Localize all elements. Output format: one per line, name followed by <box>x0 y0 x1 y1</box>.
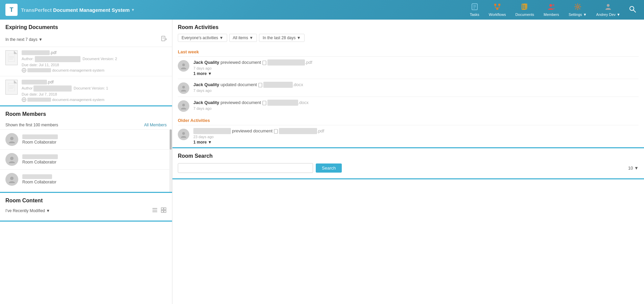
export-icon[interactable] <box>161 36 167 43</box>
room-content-title: Room Content <box>0 193 172 206</box>
room-activities-title: Room Activities <box>172 20 644 34</box>
time-group-older: Older Activities <box>178 115 639 125</box>
svg-point-17 <box>607 4 610 7</box>
member-name: ██████ ██████ <box>22 134 58 139</box>
left-panel: Expiring Documents In the next 7 days ▼ <box>0 20 172 304</box>
app-title: TransPerfect Document Management System … <box>21 7 135 13</box>
search-button[interactable]: Search <box>316 163 342 173</box>
all-members-link[interactable]: All Members <box>144 123 167 127</box>
app-logo[interactable]: T <box>5 4 18 16</box>
activity-text: Jack Quality previewed document ████████… <box>193 59 639 66</box>
svg-point-51 <box>182 104 185 106</box>
activity-item: Jack Quality previewed document ████████… <box>178 56 639 79</box>
tasks-label: Tasks <box>470 12 479 17</box>
activity-item: Jack Quality previewed document ████ ███… <box>178 97 639 115</box>
activity-more[interactable]: 1 more ▼ <box>193 140 639 145</box>
expiring-docs-filter[interactable]: In the next 7 days ▼ <box>5 37 43 42</box>
activity-avatar <box>178 100 189 112</box>
room-activities-section: Room Activities Everyone's activities ▼ … <box>172 20 644 148</box>
svg-point-49 <box>182 86 185 88</box>
list-view-icon[interactable] <box>152 207 158 214</box>
svg-line-19 <box>634 10 636 12</box>
activities-filters: Everyone's activities ▼ All items ▼ In t… <box>172 34 644 46</box>
search-count[interactable]: 10 ▼ <box>628 166 639 171</box>
members-list-wrap: ██████ ██████ Room Collaborator ████████… <box>0 129 172 192</box>
content-view-icons <box>152 207 167 214</box>
room-search-title: Room Search <box>178 153 639 159</box>
activity-item: ████████████ previewed document ████ ██ … <box>178 125 639 147</box>
svg-point-37 <box>10 137 14 140</box>
documents-icon <box>521 3 528 11</box>
main-layout: Expiring Documents In the next 7 days ▼ <box>0 20 644 304</box>
activities-body: Last week Jack Quality previewed documen… <box>172 46 644 147</box>
room-members-title: Room Members <box>0 106 172 121</box>
member-item: ████████ ████ Room Collaborator <box>0 149 172 169</box>
nav-user[interactable]: Andrey Dev ▼ <box>593 2 624 18</box>
grid-view-icon[interactable] <box>161 207 167 214</box>
nav-workflows[interactable]: Workflows <box>485 2 509 18</box>
workflows-label: Workflows <box>489 12 506 17</box>
filter-who[interactable]: Everyone's activities ▼ <box>178 34 227 42</box>
activity-content: ████████████ previewed document ████ ██ … <box>193 128 639 145</box>
member-avatar <box>5 173 18 186</box>
activity-time: 7 days ago <box>193 66 639 70</box>
doc-meta: Author ██████ ████████ Document Version:… <box>22 85 167 97</box>
room-members-section: Room Members Shown the first 100 members… <box>0 106 172 193</box>
svg-point-53 <box>182 132 185 135</box>
doc-location: █████████ document-management-system <box>22 97 167 102</box>
nav-members[interactable]: Members <box>540 2 563 18</box>
member-role: Room Collaborator <box>22 140 58 145</box>
svg-rect-48 <box>263 61 266 65</box>
members-scrollbar-thumb[interactable] <box>170 129 172 150</box>
doc-thumbnail <box>5 50 18 65</box>
search-icon[interactable] <box>626 4 639 16</box>
member-avatar <box>5 153 18 166</box>
right-panel: Room Activities Everyone's activities ▼ … <box>172 20 644 304</box>
activity-text: Jack Quality updated document ████████ █… <box>193 82 639 88</box>
doc-thumbnail <box>5 80 18 95</box>
room-content-filter[interactable]: I've Recently Modified ▼ <box>5 208 50 213</box>
activity-time: 23 days ago <box>193 135 639 139</box>
user-label: Andrey Dev ▼ <box>596 12 620 17</box>
time-group-last-week: Last week <box>178 46 639 56</box>
svg-rect-44 <box>164 208 166 210</box>
doc-location: █████████ document-management-system <box>22 68 167 73</box>
member-info: ████████ ████ Room Collaborator <box>22 154 58 164</box>
search-input[interactable] <box>178 163 313 173</box>
activity-more[interactable]: 1 more ▼ <box>193 71 639 76</box>
doc-info: ████ ███ ██.pdf Author: ████████ ███████… <box>22 50 167 73</box>
activity-time: 7 days ago <box>193 106 639 110</box>
member-name: ████████ ████ <box>22 154 58 159</box>
activity-time: 7 days ago <box>193 88 639 93</box>
members-scrollbar[interactable] <box>169 129 172 192</box>
workflows-icon <box>494 3 501 11</box>
tasks-icon <box>471 3 478 11</box>
svg-point-38 <box>10 157 14 160</box>
svg-point-15 <box>552 4 554 6</box>
member-avatar <box>5 133 18 146</box>
room-search-section: Room Search Search 10 ▼ <box>172 148 644 179</box>
member-info: ██████ ██████ Room Collaborator <box>22 134 58 145</box>
svg-point-47 <box>182 64 185 66</box>
members-label: Members <box>544 12 559 17</box>
member-info: ███ ███████ Room Collaborator <box>22 174 56 184</box>
topnav: T TransPerfect Document Management Syste… <box>0 0 644 20</box>
nav-documents[interactable]: Documents <box>512 2 538 18</box>
filter-when[interactable]: In the last 28 days ▼ <box>259 34 305 42</box>
activity-content: Jack Quality updated document ████████ █… <box>193 82 639 93</box>
activity-content: Jack Quality previewed document ████ ███… <box>193 100 639 110</box>
svg-rect-4 <box>494 4 496 6</box>
activity-avatar <box>178 60 189 72</box>
doc-info: ███ ████ █.pdf Author ██████ ████████ Do… <box>22 80 167 102</box>
expiring-doc-item: ███ ████ █.pdf Author ██████ ████████ Do… <box>0 76 172 105</box>
nav-settings[interactable]: Settings ▼ <box>565 2 590 18</box>
expiring-docs-title: Expiring Documents <box>0 20 172 34</box>
room-members-subheader: Shown the first 100 members All Members <box>0 121 172 129</box>
activity-text: Jack Quality previewed document ████ ███… <box>193 100 639 106</box>
svg-point-18 <box>630 6 634 10</box>
activity-avatar <box>178 82 189 94</box>
nav-tasks[interactable]: Tasks <box>467 2 483 18</box>
activity-item: Jack Quality updated document ████████ █… <box>178 79 639 97</box>
expiring-documents-section: Expiring Documents In the next 7 days ▼ <box>0 20 172 106</box>
filter-what[interactable]: All items ▼ <box>229 34 257 42</box>
